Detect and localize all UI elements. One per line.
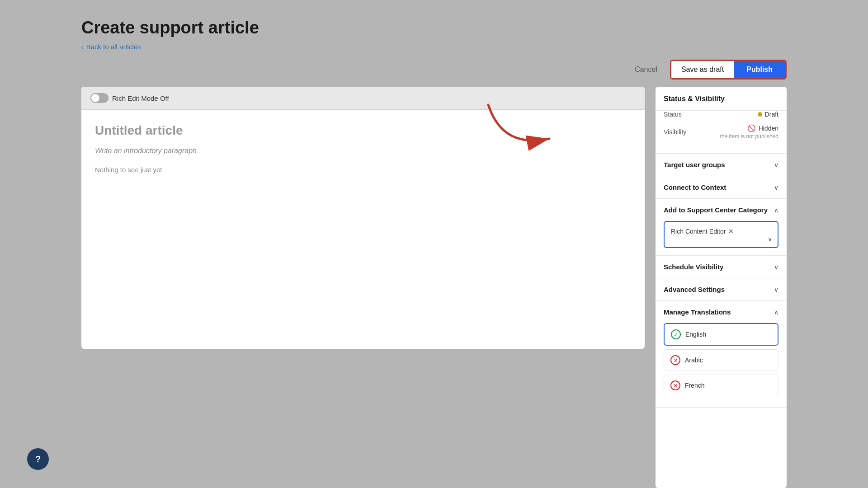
editor-content[interactable]: Untitled article Write an introductory p…	[81, 110, 645, 187]
sidebar-panel: Status & Visibility Status Draft Visibil…	[656, 87, 787, 488]
visibility-value: 🚫 Hidden the item is not published	[720, 124, 778, 140]
editor-panel: Rich Edit Mode Off Untitled article Writ…	[81, 87, 645, 349]
translation-name-arabic: Arabic	[685, 357, 703, 364]
action-bar: Cancel Save as draft Publish	[81, 60, 787, 80]
dropdown-arrow-icon[interactable]: ∨	[768, 235, 772, 243]
category-content: Rich Content Editor ✕ ∨	[656, 221, 787, 255]
schedule-visibility-header[interactable]: Schedule Visibility ∨	[656, 256, 787, 278]
manage-translations-section: Manage Translations ∧ ✓ English ✕ Arabic	[656, 301, 787, 408]
connect-context-header[interactable]: Connect to Context ∨	[656, 176, 787, 198]
category-tag: Rich Content Editor ✕	[671, 228, 734, 235]
chevron-up-icon: ∧	[774, 206, 778, 214]
status-dot-icon	[758, 112, 762, 117]
main-content: Rich Edit Mode Off Untitled article Writ…	[81, 87, 787, 488]
chevron-down-icon: ∨	[774, 161, 778, 169]
add-category-section: Add to Support Center Category ∧ Rich Co…	[656, 199, 787, 256]
article-title: Untitled article	[95, 123, 631, 138]
status-visibility-section: Status & Visibility Status Draft Visibil…	[656, 87, 787, 154]
rich-edit-toggle[interactable]: Rich Edit Mode Off	[90, 93, 169, 103]
chevron-down-icon-2: ∨	[774, 184, 778, 191]
visibility-sub-text: the item is not published	[720, 133, 778, 140]
add-category-title: Add to Support Center Category	[664, 206, 768, 214]
x-icon-arabic: ✕	[670, 355, 680, 365]
target-user-groups-title: Target user groups	[664, 161, 725, 169]
translation-item-french[interactable]: ✕ French	[664, 375, 778, 396]
schedule-visibility-title: Schedule Visibility	[664, 263, 723, 271]
manage-translations-title: Manage Translations	[664, 308, 731, 316]
visibility-label: Visibility	[664, 128, 686, 136]
intro-text: Write an introductory paragraph	[95, 147, 631, 155]
target-user-groups-section: Target user groups ∨	[656, 154, 787, 176]
manage-translations-header[interactable]: Manage Translations ∧	[656, 301, 787, 323]
category-tag-box[interactable]: Rich Content Editor ✕ ∨	[664, 221, 778, 248]
save-publish-box: Save as draft Publish	[670, 60, 787, 80]
category-tag-text: Rich Content Editor	[671, 228, 726, 235]
connect-context-section: Connect to Context ∨	[656, 176, 787, 199]
connect-context-title: Connect to Context	[664, 183, 726, 191]
status-value: Draft	[758, 111, 778, 118]
advanced-settings-header[interactable]: Advanced Settings ∨	[656, 278, 787, 300]
status-label: Status	[664, 111, 682, 118]
chevron-left-icon: ‹	[81, 43, 84, 51]
visibility-main: 🚫 Hidden	[747, 124, 778, 132]
cancel-button[interactable]: Cancel	[627, 62, 665, 77]
chevron-up-icon-2: ∧	[774, 309, 778, 316]
chevron-down-icon-3: ∨	[774, 263, 778, 271]
check-icon-english: ✓	[671, 329, 681, 339]
visibility-row: Visibility 🚫 Hidden the item is not publ…	[664, 124, 778, 140]
empty-content-text: Nothing to see just yet	[95, 166, 631, 174]
x-icon-french: ✕	[670, 380, 680, 390]
translation-item-arabic[interactable]: ✕ Arabic	[664, 349, 778, 371]
visibility-text: Hidden	[759, 125, 778, 132]
eye-off-icon: 🚫	[747, 124, 756, 132]
advanced-settings-section: Advanced Settings ∨	[656, 278, 787, 301]
chevron-down-icon-4: ∨	[774, 286, 778, 293]
publish-button[interactable]: Publish	[734, 61, 785, 78]
back-link-label: Back to all articles	[86, 43, 141, 51]
back-link[interactable]: ‹ Back to all articles	[81, 43, 787, 51]
status-text: Draft	[765, 111, 778, 118]
status-row: Status Draft	[664, 111, 778, 118]
help-button[interactable]: ?	[27, 448, 49, 470]
status-visibility-header: Status & Visibility	[656, 87, 787, 111]
page-title: Create support article	[81, 18, 787, 38]
target-user-groups-header[interactable]: Target user groups ∨	[656, 154, 787, 176]
status-visibility-content: Status Draft Visibility 🚫 Hidden	[656, 111, 787, 153]
toggle-label: Rich Edit Mode Off	[112, 94, 169, 102]
save-draft-button[interactable]: Save as draft	[671, 61, 734, 78]
toggle-thumb	[91, 94, 99, 102]
editor-toolbar: Rich Edit Mode Off	[81, 87, 645, 110]
translation-name-french: French	[685, 382, 705, 389]
translation-item-english[interactable]: ✓ English	[664, 323, 778, 346]
translation-name-english: English	[685, 331, 706, 338]
translations-content: ✓ English ✕ Arabic ✕ French	[656, 323, 787, 407]
toggle-track[interactable]	[90, 93, 108, 103]
schedule-visibility-section: Schedule Visibility ∨	[656, 256, 787, 278]
add-category-header[interactable]: Add to Support Center Category ∧	[656, 199, 787, 221]
tag-remove-icon[interactable]: ✕	[728, 228, 734, 235]
advanced-settings-title: Advanced Settings	[664, 286, 725, 293]
